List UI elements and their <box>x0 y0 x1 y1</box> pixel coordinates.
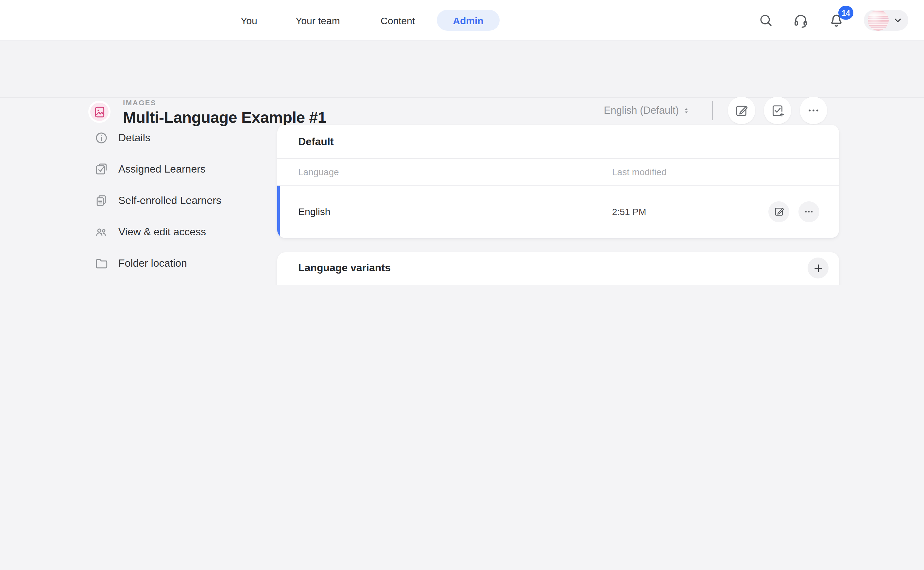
account-menu[interactable] <box>864 10 908 31</box>
search-button[interactable] <box>758 12 774 28</box>
content-type-eyebrow: IMAGES <box>123 99 156 107</box>
language-selector-value: English (Default) <box>604 104 679 116</box>
plus-icon <box>812 262 824 274</box>
add-language-variant-button[interactable] <box>807 257 829 279</box>
default-card-header: Default <box>277 125 839 159</box>
variants-table-column-headers: Language Last modified <box>277 284 839 285</box>
language-variants-card: Language variants Language Last modified… <box>277 252 839 285</box>
nav-item-content[interactable]: Content <box>381 0 415 41</box>
row-edit-button[interactable] <box>768 201 789 222</box>
search-icon <box>758 12 774 28</box>
nav-item-admin[interactable]: Admin <box>437 10 500 31</box>
divider <box>712 101 713 120</box>
nav-right-actions: 14 <box>758 0 908 41</box>
sidebar-item-assigned-learners[interactable]: Assigned Learners <box>88 153 244 185</box>
notification-count-badge: 14 <box>838 6 853 20</box>
nav-item-your-team[interactable]: Your team <box>296 0 340 41</box>
column-header-last-modified: Last modified <box>612 167 820 177</box>
avatar <box>868 10 889 31</box>
notifications-button[interactable]: 14 <box>828 12 845 29</box>
clipboard-check-icon <box>91 159 112 180</box>
nav-item-content-label: Content <box>381 15 415 26</box>
default-table-column-headers: Language Last modified <box>277 159 839 185</box>
language-cell: English <box>298 206 612 217</box>
default-language-card: Default Language Last modified English 2… <box>277 125 839 238</box>
sidebar: Details Assigned Learners Self-enrolled … <box>88 122 244 285</box>
last-modified-cell: 2:51 PM <box>612 206 646 217</box>
people-icon <box>91 222 112 242</box>
folder-icon <box>91 253 112 274</box>
info-icon <box>91 127 112 149</box>
page-header: IMAGES Multi-Language Example #1 English… <box>0 41 924 98</box>
column-header-language: Language <box>298 167 612 177</box>
sidebar-item-view-edit-access[interactable]: View & edit access <box>88 216 244 248</box>
table-row-english[interactable]: English 2:51 PM <box>277 185 839 237</box>
document-search-icon <box>91 284 112 285</box>
clipboard-check-plus-icon <box>771 103 785 118</box>
card-title: Default <box>298 136 333 147</box>
ellipsis-icon <box>804 206 814 217</box>
pencil-square-icon <box>734 103 749 118</box>
sidebar-item-details[interactable]: Details <box>88 122 244 153</box>
sidebar-item-self-enrolled-learners[interactable]: Self-enrolled Learners <box>88 185 244 216</box>
more-options-button[interactable] <box>800 97 827 124</box>
sidebar-item-label: Assigned Learners <box>118 163 206 175</box>
chevron-down-icon <box>893 15 903 26</box>
support-button[interactable] <box>792 12 809 28</box>
sidebar-item-folder-location[interactable]: Folder location <box>88 248 244 279</box>
sidebar-item-label: Self-enrolled Learners <box>118 195 221 207</box>
row-more-options-button[interactable] <box>798 201 820 222</box>
app-root: You Your team Content Admin 14 <box>0 0 924 285</box>
documents-icon <box>91 190 112 211</box>
ellipsis-icon <box>806 103 821 118</box>
nav-item-you[interactable]: You <box>241 0 257 41</box>
nav-item-admin-label: Admin <box>453 15 483 26</box>
sidebar-item-label: Folder location <box>118 257 187 269</box>
variants-card-header: Language variants <box>277 252 839 284</box>
top-nav: You Your team Content Admin 14 <box>0 0 924 41</box>
headset-icon <box>792 12 809 28</box>
assign-button[interactable] <box>764 97 791 124</box>
sidebar-item-label: View & edit access <box>118 226 206 238</box>
sort-arrows-icon <box>681 106 691 115</box>
language-selector[interactable]: English (Default) <box>600 104 695 117</box>
content-type-avatar <box>88 101 111 123</box>
sidebar-item-appears-in[interactable]: Appears in <box>88 279 244 285</box>
nav-item-you-label: You <box>241 15 257 26</box>
image-icon <box>92 105 106 119</box>
pencil-square-icon <box>773 206 784 217</box>
sidebar-item-label: Details <box>118 132 150 144</box>
header-actions: English (Default) <box>600 97 827 124</box>
card-title: Language variants <box>298 262 391 274</box>
nav-item-your-team-label: Your team <box>296 15 340 26</box>
row-actions <box>768 201 820 222</box>
edit-button[interactable] <box>728 97 755 124</box>
row-right: 2:51 PM <box>612 201 820 222</box>
